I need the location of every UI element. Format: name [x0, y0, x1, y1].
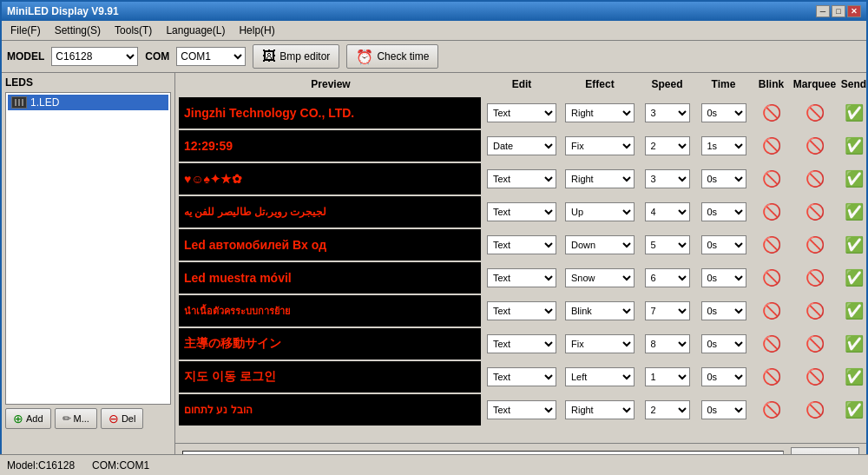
effect-select[interactable]: RightLeftUpDownFixSnowBlinkRandom	[565, 301, 635, 320]
model-select[interactable]: C16128 C16256 C32128	[51, 47, 138, 66]
edit-select[interactable]: TextDateGifVideo	[487, 235, 556, 254]
effect-select[interactable]: RightLeftUpDownFixSnowBlinkRandom	[565, 103, 635, 122]
marquee-button[interactable]: 🚫	[806, 400, 825, 419]
speed-select[interactable]: 12345678	[645, 169, 690, 188]
effect-select[interactable]: RightLeftUpDownFixSnowBlinkRandom	[565, 400, 635, 419]
menu-setting[interactable]: Setting(S)	[49, 23, 106, 38]
row-send-button[interactable]: ✅	[845, 400, 864, 419]
speed-select[interactable]: 12345678	[645, 103, 690, 122]
effect-select[interactable]: RightLeftUpDownFixSnowBlinkRandom	[565, 136, 635, 155]
time-select[interactable]: 0s1s2s3s4s5s	[701, 169, 746, 188]
row-send-button[interactable]: ✅	[845, 169, 864, 188]
marquee-button[interactable]: 🚫	[806, 235, 825, 254]
edit-cell: TextDateGifVideo	[483, 201, 561, 222]
row-send-button[interactable]: ✅	[845, 268, 864, 287]
marquee-button[interactable]: 🚫	[806, 301, 825, 320]
blink-button[interactable]: 🚫	[762, 202, 781, 221]
marquee-button[interactable]: 🚫	[806, 103, 825, 122]
preview-cell[interactable]: นำเนื้อตัวครระบบการย้าย	[179, 295, 481, 327]
menu-language[interactable]: Language(L)	[161, 23, 230, 38]
preview-cell[interactable]: 12:29:59	[179, 130, 481, 162]
speed-select[interactable]: 12345678	[645, 136, 690, 155]
speed-select[interactable]: 12345678	[645, 400, 690, 419]
speed-select[interactable]: 12345678	[645, 367, 690, 386]
table-row: הובל נע לתחוםTextDateGifVideoRightLeftUp…	[179, 394, 863, 426]
time-select[interactable]: 0s1s2s3s4s5s	[701, 367, 746, 386]
time-select[interactable]: 0s1s2s3s4s5s	[701, 400, 746, 419]
preview-cell[interactable]: Led автомобилей Bx од	[179, 229, 481, 261]
blink-button[interactable]: 🚫	[762, 235, 781, 254]
title-bar-buttons: ─ □ ✕	[816, 5, 861, 17]
marquee-button[interactable]: 🚫	[806, 136, 825, 155]
edit-select[interactable]: TextDateGifVideo	[487, 202, 556, 221]
blink-button[interactable]: 🚫	[762, 169, 781, 188]
effect-select[interactable]: RightLeftUpDownFixSnowBlinkRandom	[565, 169, 635, 188]
edit-select[interactable]: TextDateGifVideo	[487, 334, 556, 353]
time-select[interactable]: 0s1s2s3s4s5s	[701, 103, 746, 122]
menu-tools[interactable]: Tools(T)	[109, 23, 157, 38]
row-send-button[interactable]: ✅	[845, 103, 864, 122]
row-send-button[interactable]: ✅	[845, 202, 864, 221]
preview-cell[interactable]: لجيجرت روير،تل طاليصر للفن يه	[179, 196, 481, 228]
del-button[interactable]: ⊖ Del	[101, 408, 144, 429]
blink-button[interactable]: 🚫	[762, 334, 781, 353]
preview-cell[interactable]: Led muestra móvil	[179, 262, 481, 294]
edit-select[interactable]: TextDateGifVideo	[487, 367, 556, 386]
preview-cell[interactable]: ♥☺♠✦★✿	[179, 163, 481, 195]
com-select[interactable]: COM1 COM2 COM3	[176, 47, 246, 66]
row-send-button[interactable]: ✅	[845, 367, 864, 386]
preview-cell[interactable]: 지도 이동 로그인	[179, 361, 481, 393]
edit-select[interactable]: TextDateGifVideo	[487, 268, 556, 287]
row-send-button[interactable]: ✅	[845, 136, 864, 155]
modify-button[interactable]: ✏ M...	[55, 408, 97, 429]
maximize-button[interactable]: □	[832, 5, 845, 17]
blink-button[interactable]: 🚫	[762, 103, 781, 122]
close-button[interactable]: ✕	[847, 5, 861, 17]
marquee-button[interactable]: 🚫	[806, 334, 825, 353]
effect-select[interactable]: RightLeftUpDownFixSnowBlinkRandom	[565, 202, 635, 221]
marquee-button[interactable]: 🚫	[806, 268, 825, 287]
effect-select[interactable]: RightLeftUpDownFixSnowBlinkRandom	[565, 235, 635, 254]
blink-button[interactable]: 🚫	[762, 400, 781, 419]
blink-button[interactable]: 🚫	[762, 367, 781, 386]
speed-select[interactable]: 12345678	[645, 334, 690, 353]
row-send-button[interactable]: ✅	[845, 334, 864, 353]
menu-help[interactable]: Help(H)	[233, 23, 279, 38]
bmp-editor-button[interactable]: 🖼 Bmp editor	[253, 44, 339, 69]
check-time-button[interactable]: ⏰ Check time	[346, 44, 438, 69]
edit-select[interactable]: TextDateGifVideo	[487, 400, 556, 419]
time-select[interactable]: 0s1s2s3s4s5s	[701, 301, 746, 320]
edit-select[interactable]: TextDateGifVideo	[487, 169, 556, 188]
preview-cell[interactable]: 主導の移動サイン	[179, 328, 481, 360]
marquee-button[interactable]: 🚫	[806, 367, 825, 386]
time-select[interactable]: 0s1s2s3s4s5s	[701, 268, 746, 287]
marquee-button[interactable]: 🚫	[806, 202, 825, 221]
effect-select[interactable]: RightLeftUpDownFixSnowBlinkRandom	[565, 367, 635, 386]
effect-select[interactable]: RightLeftUpDownFixSnowBlinkRandom	[565, 268, 635, 287]
led-item-1[interactable]: 1.LED	[8, 95, 168, 110]
blink-cell: 🚫	[752, 202, 791, 221]
time-select[interactable]: 0s1s2s3s4s5s	[701, 202, 746, 221]
add-button[interactable]: ⊕ Add	[5, 408, 51, 429]
marquee-button[interactable]: 🚫	[806, 169, 825, 188]
effect-select[interactable]: RightLeftUpDownFixSnowBlinkRandom	[565, 334, 635, 353]
edit-select[interactable]: TextDateGifVideo	[487, 301, 556, 320]
speed-select[interactable]: 12345678	[645, 202, 690, 221]
speed-select[interactable]: 12345678	[645, 235, 690, 254]
edit-select[interactable]: TextDateGifVideo	[487, 103, 556, 122]
blink-button[interactable]: 🚫	[762, 136, 781, 155]
blink-button[interactable]: 🚫	[762, 301, 781, 320]
preview-cell[interactable]: הובל נע לתחום	[179, 394, 481, 426]
blink-button[interactable]: 🚫	[762, 268, 781, 287]
speed-select[interactable]: 12345678	[645, 268, 690, 287]
time-select[interactable]: 0s1s2s3s4s5s	[701, 136, 746, 155]
speed-select[interactable]: 12345678	[645, 301, 690, 320]
minimize-button[interactable]: ─	[816, 5, 830, 17]
edit-select[interactable]: TextDateGifVideo	[487, 136, 556, 155]
row-send-button[interactable]: ✅	[845, 301, 864, 320]
menu-file[interactable]: File(F)	[5, 23, 46, 38]
row-send-button[interactable]: ✅	[845, 235, 864, 254]
time-select[interactable]: 0s1s2s3s4s5s	[701, 334, 746, 353]
preview-cell[interactable]: Jingzhi Technology CO., LTD.	[179, 97, 481, 129]
time-select[interactable]: 0s1s2s3s4s5s	[701, 235, 746, 254]
